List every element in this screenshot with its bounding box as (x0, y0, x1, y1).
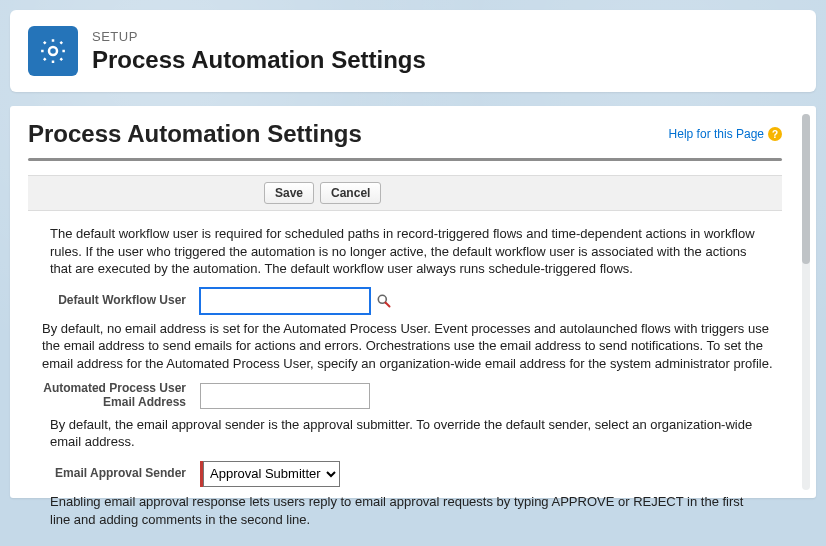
help-link-label: Help for this Page (669, 127, 764, 141)
save-button[interactable]: Save (264, 182, 314, 204)
settings-panel: Process Automation Settings Help for thi… (10, 106, 816, 498)
header-supertitle: SETUP (92, 29, 426, 44)
svg-line-2 (386, 302, 390, 306)
help-link[interactable]: Help for this Page ? (669, 127, 782, 141)
button-bar: Save Cancel (28, 175, 782, 211)
svg-point-0 (49, 47, 57, 55)
email-approval-sender-select[interactable]: Approval Submitter (203, 461, 340, 487)
page-title: Process Automation Settings (28, 120, 362, 148)
scrollbar-thumb[interactable] (802, 114, 810, 264)
default-workflow-user-input[interactable] (200, 288, 370, 314)
setup-header: SETUP Process Automation Settings (10, 10, 816, 92)
default-workflow-user-label: Default Workflow User (28, 294, 200, 308)
automated-process-email-input[interactable] (200, 383, 370, 409)
header-title: Process Automation Settings (92, 46, 426, 74)
divider (28, 158, 782, 161)
lookup-icon[interactable] (376, 293, 392, 309)
enable-email-description: Enabling email approval response lets us… (50, 493, 766, 528)
email-approval-description: By default, the email approval sender is… (50, 416, 766, 451)
scrollbar[interactable] (802, 114, 810, 490)
gear-icon (28, 26, 78, 76)
help-icon: ? (768, 127, 782, 141)
default-workflow-description: The default workflow user is required fo… (50, 225, 766, 278)
automated-process-email-row: Automated Process User Email Address (28, 382, 788, 410)
email-approval-sender-row: Email Approval Sender Approval Submitter (28, 461, 788, 487)
cancel-button[interactable]: Cancel (320, 182, 381, 204)
automated-process-email-label: Automated Process User Email Address (28, 382, 200, 410)
automated-process-description: By default, no email address is set for … (42, 320, 774, 373)
default-workflow-user-row: Default Workflow User (28, 288, 788, 314)
email-approval-sender-label: Email Approval Sender (28, 467, 200, 481)
